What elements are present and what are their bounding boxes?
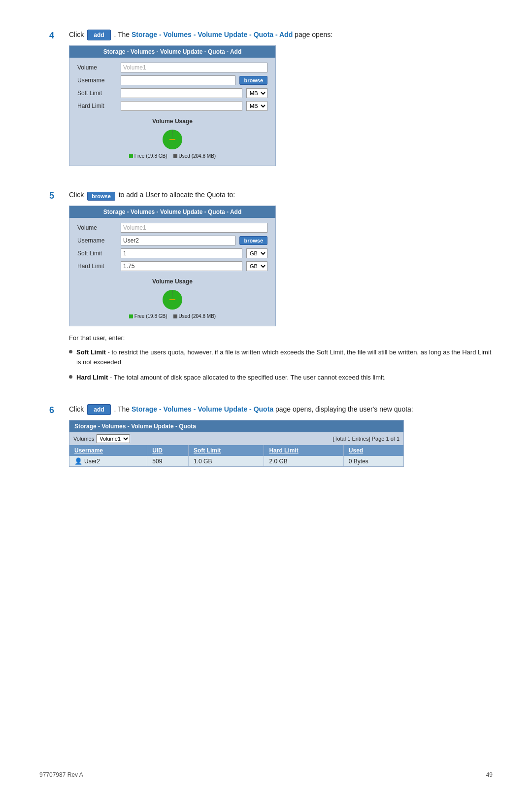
user-icon: 👤 [74,457,82,465]
step5-hardlimit-input[interactable] [121,261,242,271]
step5-volume-row: Volume [77,223,267,233]
step4-legend: Free (19.8 GB) Used (204.8 MB) [77,153,267,159]
col-soft-limit[interactable]: Soft Limit [189,445,264,456]
step-4-text: Click add . The Storage - Volumes - Volu… [69,30,493,40]
step4-pie-svg [161,128,184,151]
step4-volume-usage: Volume Usage [77,114,267,161]
step4-volume-row: Volume [77,63,267,72]
step5-softlimit-input[interactable] [121,248,242,258]
quota-table-container: Storage - Volumes - Volume Update - Quot… [69,420,404,467]
step-4-text-before: Click [69,31,84,38]
step5-username-row: Username browse [77,236,267,245]
bullet-desc-softlimit: - to restrict the users quota, however, … [76,348,491,366]
step4-legend-used-dot [173,154,177,158]
step4-legend-used-label: Used (204.8 MB) [179,153,216,159]
step5-softlimit-select[interactable]: GBMB [246,248,267,258]
step4-username-input[interactable] [121,75,235,85]
step5-pie-svg [161,288,184,312]
bullet-term-hardlimit: Hard Limit [76,374,108,381]
step4-volume-usage-title: Volume Usage [77,118,267,125]
step-6-text-before: Click [69,405,84,413]
toolbar-volumes-label: Volumes [73,436,94,442]
step5-legend-free-label: Free (19.8 GB) [134,313,167,319]
step4-dialog-body: Volume Username browse Soft Limit MBGB [69,58,275,166]
step-4: 4 Click add . The Storage - Volumes - Vo… [49,30,493,174]
step-6-number: 6 [49,405,60,416]
step4-username-row: Username browse [77,75,267,85]
step4-hardlimit-input[interactable] [121,101,242,111]
for-that-user-text: For that user, enter: [69,334,493,342]
step5-volume-label: Volume [77,224,117,231]
step4-browse-button[interactable]: browse [239,76,267,85]
step5-username-label: Username [77,237,117,244]
step4-volume-input[interactable] [121,63,267,72]
step4-hardlimit-label: Hard Limit [77,103,117,109]
step5-hardlimit-select[interactable]: GBMB [246,261,267,271]
add-button-step6[interactable]: add [87,404,110,415]
step5-browse-button[interactable]: browse [239,236,267,245]
step-5-text-after: to add a User to allocate the Quota to: [119,191,235,199]
step5-legend-free: Free (19.8 GB) [129,313,167,319]
step-4-number: 4 [49,31,60,41]
table-row: 👤 User2 509 1.0 GB 2.0 GB 0 Bytes [69,456,403,466]
add-button-step4[interactable]: add [87,30,110,40]
step-4-content: Click add . The Storage - Volumes - Volu… [69,30,493,174]
step5-volume-usage-title: Volume Usage [77,278,267,285]
browse-button-step5[interactable]: browse [87,192,115,201]
toolbar-volumes-row: Volumes Volume1 [73,434,130,443]
step5-softlimit-label: Soft Limit [77,250,117,257]
col-username[interactable]: Username [69,445,147,456]
step4-hardlimit-select[interactable]: MBGB [246,101,267,111]
bullet-term-softlimit: Soft Limit [76,348,106,356]
bullet-list: Soft Limit - to restrict the users quota… [69,347,493,382]
user-cell: 👤 User2 [74,457,142,465]
step-5-text: Click browse to add a User to allocate t… [69,190,493,201]
step5-legend-free-dot [129,314,133,318]
toolbar-pagination: [Total 1 Entries] Page 1 of 1 [333,436,399,442]
cell-username: 👤 User2 [69,456,147,466]
step5-username-input[interactable] [121,236,235,245]
footer-left: 97707987 Rev A [39,771,83,778]
cell-used: 0 Bytes [343,456,403,466]
bullet-item-hardlimit: Hard Limit - The total amount of disk sp… [69,373,493,382]
step-5-text-before: Click [69,191,84,199]
step-4-link: Storage - Volumes - Volume Update - Quot… [132,31,293,38]
col-hard-limit[interactable]: Hard Limit [264,445,343,456]
toolbar-volume-select[interactable]: Volume1 [96,434,130,443]
step-6-link: Storage - Volumes - Volume Update - Quot… [132,405,273,413]
quota-table-toolbar: Volumes Volume1 [Total 1 Entries] Page 1… [69,432,403,445]
step5-hardlimit-row: Hard Limit GBMB [77,261,267,271]
bullet-desc-hardlimit: - The total amount of disk space allocat… [110,374,386,381]
step-6: 6 Click add . The Storage - Volumes - Vo… [49,404,493,467]
page-footer: 97707987 Rev A 49 [39,771,493,778]
step-5-content: Click browse to add a User to allocate t… [69,190,493,388]
cell-username-value: User2 [84,458,100,465]
step5-pie-chart [77,288,267,312]
step4-volume-label: Volume [77,64,117,71]
step4-username-label: Username [77,77,117,84]
step5-volume-input[interactable] [121,223,267,233]
step4-hardlimit-row: Hard Limit MBGB [77,101,267,111]
step5-volume-usage: Volume Usage Free (19.8 GB) [77,274,267,321]
col-uid[interactable]: UID [147,445,189,456]
step5-legend: Free (19.8 GB) Used (204.8 MB) [77,313,267,319]
step4-softlimit-input[interactable] [121,88,242,98]
bullet-dot-hardlimit [69,375,72,379]
step5-hardlimit-label: Hard Limit [77,263,117,270]
quota-table: Username UID Soft Limit Hard Limit Used … [69,445,403,466]
bullet-item-softlimit: Soft Limit - to restrict the users quota… [69,347,493,367]
col-used[interactable]: Used [343,445,403,456]
step4-softlimit-select[interactable]: MBGB [246,88,267,98]
step-6-text-after: . The Storage - Volumes - Volume Update … [114,405,413,413]
step4-softlimit-row: Soft Limit MBGB [77,88,267,98]
step5-legend-used-dot [173,314,177,318]
step5-dialog-title: Storage - Volumes - Volume Update - Quot… [69,206,275,218]
quota-table-header-row: Username UID Soft Limit Hard Limit Used [69,445,403,456]
step5-dialog-body: Volume Username browse Soft Limit GBMB [69,218,275,326]
step4-pie-chart [77,128,267,151]
step-5: 5 Click browse to add a User to allocate… [49,190,493,388]
step4-dialog-title: Storage - Volumes - Volume Update - Quot… [69,46,275,58]
step5-legend-used-label: Used (204.8 MB) [179,313,216,319]
step5-legend-used: Used (204.8 MB) [173,313,216,319]
step4-dialog: Storage - Volumes - Volume Update - Quot… [69,45,276,166]
